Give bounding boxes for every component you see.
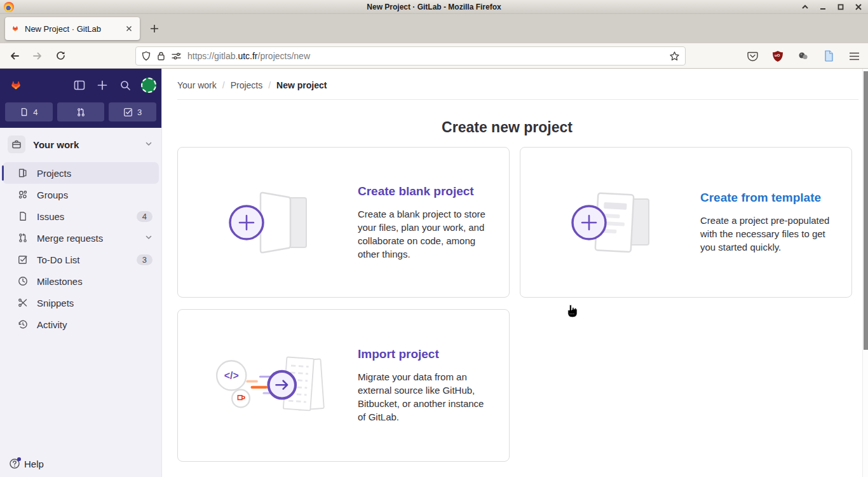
help-notification-dot <box>17 457 21 461</box>
ublock-icon[interactable]: uO <box>770 48 785 64</box>
import-project-description: Migrate your data from an external sourc… <box>358 370 494 424</box>
document-extension-icon[interactable] <box>821 48 836 64</box>
sidebar-menu: Projects Groups Issues 4 <box>0 160 161 338</box>
breadcrumb-new-project: New project <box>276 80 327 90</box>
sidebar-shortcuts: 4 3 <box>5 102 156 121</box>
breadcrumb: Your work / Projects / New project <box>162 69 868 99</box>
sidebar-item-label: Milestones <box>37 276 83 287</box>
sidebar-item-activity[interactable]: Activity <box>3 314 159 335</box>
window-maximize-icon[interactable] <box>836 3 845 11</box>
card-create-from-template: Create from template Create a project pr… <box>520 147 852 298</box>
toolbar-extensions: uO <box>745 43 862 69</box>
chevron-down-icon <box>145 232 153 244</box>
card-import-project: </> Import project <box>177 309 510 462</box>
gitlab-logo[interactable] <box>8 77 24 93</box>
url-path: /projects/new <box>258 51 310 61</box>
reload-button[interactable] <box>51 47 70 65</box>
gitlab-favicon <box>10 24 20 34</box>
window-controls <box>801 0 863 14</box>
sidebar-item-label: Activity <box>37 319 67 330</box>
merge-request-icon <box>18 233 28 243</box>
window-titlebar: New Project · GitLab - Mozilla Firefox <box>0 0 868 14</box>
ublock-label: uO <box>775 53 780 57</box>
create-blank-project-description: Create a blank project to store your fil… <box>358 207 494 261</box>
sidebar-item-snippets[interactable]: Snippets <box>3 292 159 314</box>
bookmark-star-icon[interactable] <box>669 51 680 62</box>
navigation-toolbar: https://gitlab.utc.fr/projects/new uO <box>0 43 868 69</box>
forward-button[interactable] <box>28 47 47 65</box>
window-title: New Project · GitLab - Mozilla Firefox <box>0 3 868 11</box>
scrollbar-thumb[interactable] <box>864 71 868 350</box>
sidebar-item-merge-requests[interactable]: Merge requests <box>3 227 159 249</box>
window-close-icon[interactable] <box>854 3 863 11</box>
help-button[interactable]: Help <box>0 450 161 477</box>
page-scrollbar <box>862 69 868 477</box>
url-text[interactable]: https://gitlab.utc.fr/projects/new <box>187 51 663 61</box>
breadcrumb-your-work[interactable]: Your work <box>177 80 217 90</box>
tab-close-icon[interactable] <box>123 23 135 34</box>
sidebar-item-groups[interactable]: Groups <box>3 184 159 205</box>
new-tab-button[interactable] <box>146 20 163 37</box>
hamburger-menu-icon[interactable] <box>846 48 862 64</box>
sidebar-item-label: Merge requests <box>37 233 103 244</box>
create-from-template-description: Create a project pre-populated with the … <box>700 214 836 254</box>
shortcut-issues[interactable]: 4 <box>5 102 53 121</box>
url-bar[interactable]: https://gitlab.utc.fr/projects/new <box>135 46 686 66</box>
todo-check-icon <box>123 107 133 117</box>
lock-icon[interactable] <box>157 51 165 61</box>
todo-check-icon <box>18 254 28 265</box>
shortcut-todos[interactable]: 3 <box>109 102 156 121</box>
search-icon[interactable] <box>118 78 132 92</box>
window-overflow-chevron-icon[interactable] <box>801 3 810 11</box>
sidebar-item-milestones[interactable]: Milestones <box>3 270 159 292</box>
merge-request-icon <box>76 107 86 117</box>
page-title: Create new project <box>162 119 852 136</box>
pocket-icon[interactable] <box>745 48 760 64</box>
sidebar-item-label: Issues <box>37 211 64 222</box>
sidebar-item-label: Snippets <box>37 298 74 308</box>
url-prefix: https://gitlab. <box>187 51 238 61</box>
todos-count-badge: 3 <box>137 254 153 265</box>
breadcrumb-separator: / <box>222 80 225 90</box>
issues-icon <box>18 211 28 221</box>
permissions-icon[interactable] <box>171 52 182 60</box>
window-minimize-icon[interactable] <box>818 3 827 11</box>
extension-spheres-icon[interactable] <box>796 48 811 64</box>
help-label: Help <box>24 459 44 469</box>
issues-count-badge: 4 <box>137 211 153 222</box>
create-new-icon[interactable] <box>95 78 109 92</box>
shortcut-todos-count: 3 <box>137 107 142 117</box>
sidebar-item-todo-list[interactable]: To-Do List 3 <box>3 249 159 270</box>
create-blank-project-link[interactable]: Create blank project <box>358 184 494 198</box>
card-create-blank-project: Create blank project Create a blank proj… <box>177 147 510 298</box>
help-icon <box>9 458 20 469</box>
user-avatar[interactable] <box>141 78 156 93</box>
sidebar-item-issues[interactable]: Issues 4 <box>3 205 159 227</box>
divider <box>177 99 858 100</box>
tab-new-project-gitlab[interactable]: New Project · GitLab <box>5 17 140 40</box>
shortcut-issues-count: 4 <box>33 107 37 117</box>
project-icon <box>18 168 28 178</box>
active-indicator <box>2 165 4 181</box>
sidebar-toggle-icon[interactable] <box>72 78 86 92</box>
briefcase-icon <box>8 135 25 153</box>
create-from-template-link[interactable]: Create from template <box>700 191 836 205</box>
context-switcher[interactable]: Your work <box>0 128 161 160</box>
tab-bar: New Project · GitLab <box>0 14 868 43</box>
groups-icon <box>18 190 28 200</box>
template-project-illustration <box>552 181 670 264</box>
chevron-down-icon <box>145 139 153 150</box>
issues-icon <box>20 107 29 116</box>
shortcut-merge-requests[interactable] <box>57 102 105 121</box>
tab-title: New Project · GitLab <box>25 24 119 34</box>
import-project-link[interactable]: Import project <box>358 347 494 361</box>
sidebar-item-label: Groups <box>37 190 68 200</box>
back-button[interactable] <box>5 47 24 65</box>
breadcrumb-separator: / <box>268 80 271 90</box>
breadcrumb-projects[interactable]: Projects <box>231 80 263 90</box>
import-project-illustration: </> <box>210 347 327 424</box>
sidebar-header: 4 3 <box>0 69 161 128</box>
sidebar-item-projects[interactable]: Projects <box>3 162 159 184</box>
tracking-shield-icon[interactable] <box>141 51 151 61</box>
context-label: Your work <box>33 139 79 150</box>
